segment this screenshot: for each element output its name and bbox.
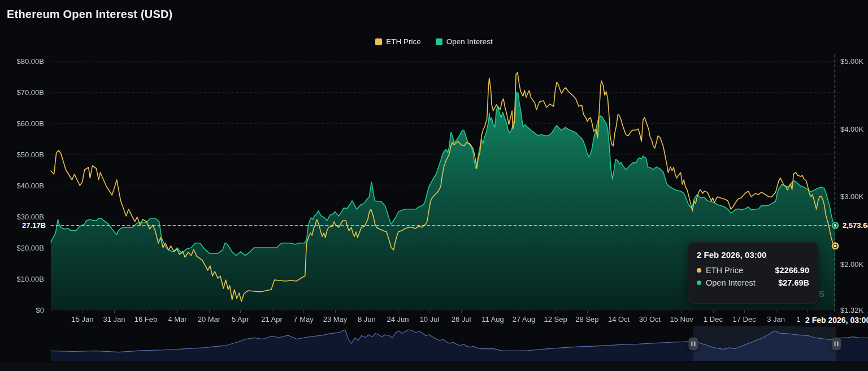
right-axis-tick-label: $1.32K <box>840 306 863 314</box>
tooltip: 2 Feb 2026, 03:00 ETH Price $2266.90 Ope… <box>688 242 818 304</box>
legend-label-open-interest: Open Interest <box>446 37 493 46</box>
x-axis-tick-label: 10 Jul <box>420 315 440 323</box>
x-axis-tick-label: 8 Jun <box>358 315 376 323</box>
left-axis-tick-label: $50.00B <box>17 150 44 159</box>
x-axis: 15 Jan31 Jan16 Feb4 Mar20 Mar5 Apr21 Apr… <box>0 315 868 325</box>
x-axis-tick-label: 31 Jan <box>103 315 125 323</box>
x-axis-tick-label: 4 Mar <box>168 315 186 323</box>
crosshair-open-interest-value-pill: 27.17B <box>18 219 50 231</box>
navigator-brush[interactable] <box>693 326 836 361</box>
legend-item-eth-price[interactable]: ETH Price <box>375 37 421 46</box>
x-axis-tick-label: 27 Aug <box>513 315 536 323</box>
tooltip-row-open-interest: Open Interest $27.69B <box>697 278 809 287</box>
tooltip-row-eth-price: ETH Price $2266.90 <box>697 266 809 275</box>
x-axis-tick-label: 15 Nov <box>670 315 693 323</box>
legend: ETH Price Open Interest <box>0 37 868 46</box>
left-axis-tick-label: $80.00B <box>17 57 44 66</box>
x-axis-tick-label: 12 Sep <box>544 315 567 323</box>
legend-item-open-interest[interactable]: Open Interest <box>436 37 493 46</box>
x-axis-tick-label: 20 Mar <box>198 315 220 323</box>
tooltip-date: 2 Feb 2026, 03:00 <box>697 250 809 260</box>
tooltip-value: $2266.90 <box>775 266 809 275</box>
navigator-handle-right-icon[interactable] <box>831 338 841 351</box>
x-axis-tick-label: 15 Jan <box>71 315 93 323</box>
x-axis-tick-label: 11 Aug <box>481 315 504 323</box>
x-axis-tick-label: 17 Dec <box>733 315 756 323</box>
crosshair-date-pill: 2 Feb 2026, 03:00 <box>800 314 868 327</box>
x-axis-tick-label: 23 May <box>323 315 348 323</box>
crosshair-price-value-pill: 2,573.64 <box>839 219 868 231</box>
navigator-handle-left-icon[interactable] <box>688 338 698 351</box>
tooltip-label: ETH Price <box>706 266 771 275</box>
right-axis-tick-label: $3.00K <box>840 192 863 201</box>
right-axis-tick-label: $4.00K <box>840 124 863 133</box>
eth-price-dot-icon <box>697 268 701 273</box>
tooltip-label: Open Interest <box>706 278 774 287</box>
right-axis-tick-label: $2.00K <box>840 260 863 268</box>
left-axis-tick-label: $20.00B <box>17 244 44 252</box>
x-axis-tick-label: 24 Jun <box>387 315 409 323</box>
left-axis-tick-label: $70.00B <box>17 88 44 97</box>
right-axis-tick-label: $5.00K <box>840 57 863 66</box>
legend-label-eth-price: ETH Price <box>386 37 421 46</box>
x-axis-tick-label: 28 Sep <box>575 315 598 323</box>
left-axis-tick-label: $40.00B <box>17 182 44 190</box>
x-axis-tick-label: 14 Oct <box>608 315 630 323</box>
x-axis-tick-label: 30 Oct <box>639 315 661 323</box>
open-interest-swatch-icon <box>436 38 442 45</box>
x-axis-tick-label: 26 Jul <box>452 315 471 323</box>
x-axis-tick-label: 7 May <box>293 315 313 323</box>
left-axis-tick-label: $10.00B <box>17 275 44 283</box>
left-axis-tick-label: $60.00B <box>17 119 44 128</box>
x-axis-tick-label: 21 Apr <box>261 315 283 323</box>
x-axis-tick-label: 16 Feb <box>134 315 157 323</box>
eth-price-swatch-icon <box>375 38 382 45</box>
x-axis-tick-label: 3 Jan <box>767 315 785 323</box>
left-axis-tick-label: $0 <box>36 306 44 314</box>
tooltip-value: $27.69B <box>778 278 809 287</box>
open-interest-dot-icon <box>697 281 701 285</box>
x-axis-tick-label: 5 Apr <box>232 315 249 323</box>
chart-panel: Ethereum Open Interest (USD) ETH Price O… <box>0 0 868 371</box>
x-axis-tick-label: 1 Dec <box>704 315 723 323</box>
